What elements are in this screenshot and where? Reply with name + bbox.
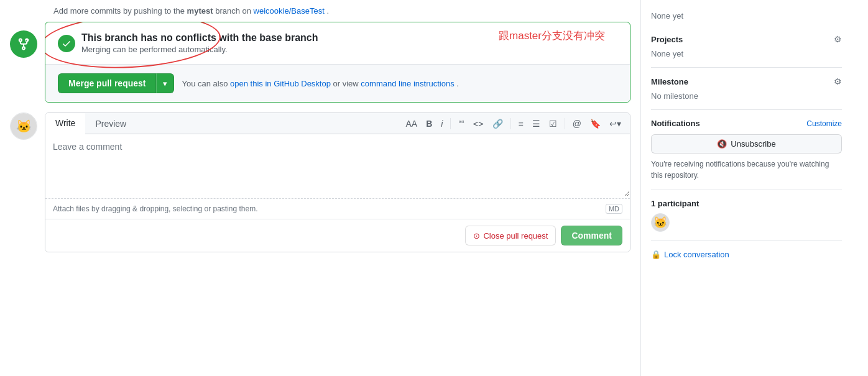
- comment-textarea[interactable]: [45, 134, 630, 196]
- sidebar: None yet Projects ⚙ None yet Milestone ⚙…: [640, 0, 852, 376]
- check-circle: [58, 35, 75, 52]
- milestone-header: Milestone ⚙: [651, 76, 842, 86]
- repo-link[interactable]: weicookie/BaseTest: [254, 6, 325, 16]
- toolbar-aa[interactable]: AA: [403, 117, 420, 130]
- toolbar-undo[interactable]: ↩▾: [607, 117, 624, 130]
- merge-status-text: This branch has no conflicts with the ba…: [81, 32, 318, 54]
- avatar: 🐱: [10, 112, 37, 140]
- toolbar-bold[interactable]: B: [423, 117, 435, 130]
- comment-footer: Attach files by dragging & dropping, sel…: [45, 198, 630, 219]
- tab-preview[interactable]: Preview: [85, 113, 136, 134]
- toolbar-quote[interactable]: ““: [456, 117, 466, 130]
- unsubscribe-button[interactable]: 🔇 Unsubscribe: [651, 134, 842, 154]
- toolbar-bookmark[interactable]: 🔖: [588, 117, 603, 130]
- toolbar-task[interactable]: ☑: [547, 117, 560, 130]
- open-desktop-link[interactable]: open this in GitHub Desktop: [230, 79, 331, 88]
- milestone-title: Milestone: [651, 77, 688, 86]
- unsubscribe-icon: 🔇: [717, 139, 727, 149]
- comment-button[interactable]: Comment: [561, 226, 622, 245]
- tab-write[interactable]: Write: [45, 113, 85, 134]
- toolbar-sep-2: [510, 118, 511, 129]
- toolbar-mention[interactable]: @: [570, 117, 584, 130]
- merge-dropdown-button[interactable]: ▾: [156, 73, 174, 93]
- toolbar-link[interactable]: 🔗: [490, 117, 506, 130]
- toolbar-sep-1: [450, 118, 451, 129]
- projects-title: Projects: [651, 35, 683, 44]
- notifications-section: Notifications Customize 🔇 Unsubscribe Yo…: [651, 110, 842, 190]
- customize-link[interactable]: Customize: [806, 119, 842, 128]
- comment-tabs: Write Preview AA B i ““ <> 🔗 ≡ ☰ ☑: [45, 113, 630, 134]
- merge-pull-request-button[interactable]: Merge pull request: [58, 73, 156, 93]
- merge-section: 跟master分支没有冲突 This branch has no conflic…: [10, 22, 630, 103]
- lock-conversation-link[interactable]: 🔒 Lock conversation: [651, 250, 842, 259]
- notifications-header: Notifications Customize: [651, 119, 842, 128]
- comment-actions: ⊙ Close pull request Comment: [45, 219, 630, 252]
- projects-header: Projects ⚙: [651, 34, 842, 44]
- notifications-desc: You're receiving notifications because y…: [651, 158, 842, 181]
- participants-section: 1 participant 🐱: [651, 190, 842, 241]
- merge-btn-group: Merge pull request ▾: [58, 73, 174, 93]
- toolbar-italic[interactable]: i: [438, 117, 445, 130]
- milestone-none: No milestone: [651, 91, 842, 101]
- command-line-link[interactable]: command line instructions: [361, 79, 454, 88]
- annotation-text: 跟master分支没有冲突: [499, 29, 605, 43]
- markdown-icon: MD: [606, 204, 622, 214]
- comment-section: 🐱 Write Preview AA B i ““ <> 🔗 ≡: [10, 112, 630, 252]
- participant-avatar: 🐱: [651, 213, 670, 232]
- merge-status: 跟master分支没有冲突 This branch has no conflic…: [45, 22, 630, 64]
- projects-section: Projects ⚙ None yet: [651, 25, 842, 68]
- participants-title: 1 participant: [651, 199, 842, 208]
- projects-none: None yet: [651, 49, 842, 58]
- milestone-gear[interactable]: ⚙: [834, 76, 842, 86]
- toolbar-bullets[interactable]: ≡: [516, 117, 526, 130]
- top-message: Add more commits by pushing to the mytes…: [10, 6, 630, 16]
- projects-gear[interactable]: ⚙: [834, 34, 842, 44]
- merge-actions: Merge pull request ▾ You can also open t…: [45, 64, 630, 102]
- merge-icon-box: [10, 30, 37, 58]
- toolbar-code[interactable]: <>: [471, 117, 486, 130]
- toolbar-sep-3: [565, 118, 565, 129]
- close-pull-request-button[interactable]: ⊙ Close pull request: [465, 226, 556, 245]
- toolbar-numbered[interactable]: ☰: [530, 117, 543, 130]
- notifications-title: Notifications: [651, 119, 700, 128]
- lock-icon: 🔒: [651, 250, 661, 259]
- comment-box: Write Preview AA B i ““ <> 🔗 ≡ ☰ ☑: [45, 112, 630, 252]
- merge-card: 跟master分支没有冲突 This branch has no conflic…: [45, 22, 630, 103]
- none-yet-top: None yet: [651, 6, 842, 25]
- milestone-section: Milestone ⚙ No milestone: [651, 68, 842, 110]
- lock-section: 🔒 Lock conversation: [651, 241, 842, 268]
